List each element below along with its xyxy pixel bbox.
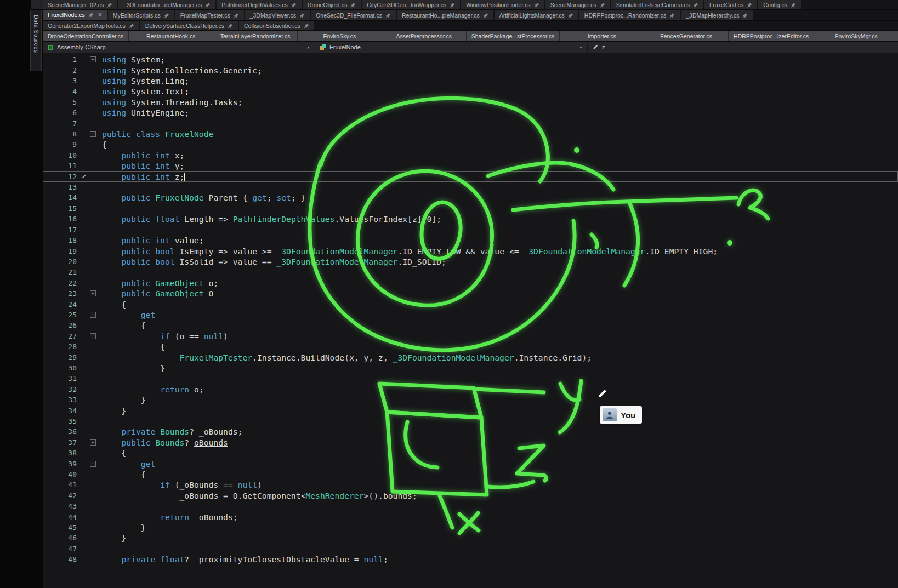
code-line[interactable]: 25− get	[43, 310, 898, 320]
code-line[interactable]: 14 public FruxelNode Parent { get; set; …	[43, 192, 898, 203]
pin-icon[interactable]	[385, 13, 391, 18]
code-line[interactable]: 27− if (o == null)	[43, 331, 898, 341]
code-editor[interactable]: 1−using System;2using System.Collections…	[43, 53, 898, 588]
code-line[interactable]: 9{	[43, 139, 898, 150]
fold-collapse-icon[interactable]: −	[90, 131, 96, 137]
code-line[interactable]: 41 if (_oBounds == null)	[43, 479, 898, 490]
code-line[interactable]: 11 public int y;	[43, 161, 898, 171]
code-line[interactable]: 5using System.Threading.Tasks;	[43, 97, 898, 107]
pin-icon[interactable]	[534, 2, 539, 8]
dropdown-arrow-icon[interactable]: ▼	[306, 45, 310, 49]
code-line[interactable]: 39− get	[43, 458, 898, 469]
fold-collapse-icon[interactable]: −	[90, 56, 96, 62]
document-tab[interactable]: HDRPPostproc...izerEditor.cs	[729, 31, 814, 41]
code-line[interactable]: 18 public int value;	[43, 235, 898, 246]
pin-icon[interactable]	[88, 12, 94, 18]
code-line[interactable]: 48 private float? _proximityToClosestObs…	[43, 554, 898, 564]
document-tab[interactable]: Importer.cs	[560, 31, 644, 41]
document-tab[interactable]: Config.cs	[758, 0, 801, 9]
code-line[interactable]: 43	[43, 501, 898, 511]
code-line[interactable]: 8−public class FruxelNode	[43, 129, 898, 139]
pin-icon[interactable]	[693, 2, 698, 8]
code-line[interactable]: 23− public GameObject O	[43, 288, 898, 299]
document-tab[interactable]: CollisionSubscriber.cs	[239, 21, 314, 30]
code-line[interactable]: 7	[43, 118, 898, 128]
document-tab[interactable]: FruxelNode.cs×	[43, 10, 107, 20]
code-line[interactable]: 45 }	[43, 522, 898, 533]
document-tab[interactable]: HDRPPostproc...Randomizer.cs	[579, 10, 680, 20]
code-line[interactable]: 16 public float Length => PathfinderDept…	[43, 214, 898, 224]
document-tab[interactable]: FruxelMapTester.cs	[175, 10, 244, 20]
document-tab[interactable]: ShaderPackage...stProcessor.cs	[467, 31, 560, 41]
member-dropdown[interactable]: z	[588, 42, 610, 53]
document-tab[interactable]: DroneObject.cs	[303, 0, 361, 9]
document-tab[interactable]: OneSec3D_FileFormat.cs	[311, 10, 396, 20]
code-line[interactable]: 28 {	[43, 341, 898, 352]
code-line[interactable]: 20 public bool IsSolid => value == _3DFo…	[43, 256, 898, 267]
pin-icon[interactable]	[228, 23, 233, 28]
pin-icon[interactable]	[107, 2, 112, 8]
code-line[interactable]: 22 public GameObject o;	[43, 278, 898, 288]
document-tab[interactable]: FruxelGrid.cs	[704, 0, 757, 9]
document-tab[interactable]: RestaurantHook.cs	[129, 31, 213, 41]
fold-collapse-icon[interactable]: −	[90, 290, 96, 296]
document-tab[interactable]: EnviroSkyMgr.cs	[814, 31, 898, 41]
code-line[interactable]: 35	[43, 416, 898, 426]
code-line[interactable]: 38 {	[43, 448, 898, 458]
document-tab[interactable]: PathfinderDepthValues.cs	[217, 0, 302, 9]
pin-icon[interactable]	[568, 13, 573, 18]
code-line[interactable]: 34 }	[43, 405, 898, 415]
document-tab[interactable]: MyEditorScripts.cs	[108, 10, 174, 20]
document-tab[interactable]: CityGen3DGen...torWrapper.cs	[362, 0, 460, 9]
document-tab[interactable]: RestaurantHo...pleManager.cs	[397, 10, 493, 20]
code-line[interactable]: 2using System.Collections.Generic;	[43, 65, 898, 75]
code-line[interactable]: 46 }	[43, 533, 898, 543]
document-tab[interactable]: ArtificialLightsManager.cs	[495, 10, 578, 20]
pin-icon[interactable]	[669, 13, 675, 18]
code-line[interactable]: 17	[43, 225, 898, 235]
pin-icon[interactable]	[304, 23, 309, 28]
dropdown-arrow-icon[interactable]: ▼	[579, 45, 583, 49]
code-line[interactable]: 36 private Bounds? _oBounds;	[43, 426, 898, 437]
pin-icon[interactable]	[350, 2, 356, 8]
document-tab[interactable]: DroneOrientationController.cs	[43, 31, 128, 41]
fold-collapse-icon[interactable]: −	[90, 439, 96, 446]
code-line[interactable]: 21	[43, 267, 898, 277]
code-line[interactable]: 47	[43, 544, 898, 554]
code-line[interactable]: 24 {	[43, 299, 898, 309]
code-line[interactable]: 29 FruxelMapTester.Instance.BuildNode(x,…	[43, 352, 898, 362]
code-line[interactable]: 15	[43, 203, 898, 214]
fold-collapse-icon[interactable]: −	[90, 333, 96, 339]
code-line[interactable]: 33 }	[43, 395, 898, 405]
document-tab[interactable]: SimulatedFisheyeCamera.cs	[611, 0, 703, 9]
document-tab[interactable]: DeliverySurfaceClassHelper.cs	[140, 21, 238, 30]
code-line[interactable]: 30 }	[43, 363, 898, 373]
code-line[interactable]: 19 public bool IsEmpty => value >= _3DFo…	[43, 246, 898, 256]
pin-icon[interactable]	[747, 2, 752, 8]
pin-icon[interactable]	[129, 23, 134, 28]
pin-icon[interactable]	[791, 2, 796, 8]
pin-icon[interactable]	[742, 13, 748, 18]
fold-collapse-icon[interactable]: −	[90, 461, 96, 467]
code-line[interactable]: 44 return _oBounds;	[43, 511, 898, 522]
pin-icon[interactable]	[291, 2, 297, 8]
document-tab[interactable]: FencesGenerator.cs	[644, 31, 728, 41]
code-line[interactable]: 6using UnityEngine;	[43, 107, 898, 118]
code-line[interactable]: 4using System.Text;	[43, 86, 898, 96]
document-tab[interactable]: Generator2ExportMapTools.cs	[43, 21, 139, 30]
pin-icon[interactable]	[164, 13, 169, 18]
project-dropdown[interactable]: Assembly-CSharp ▼	[43, 42, 315, 53]
document-tab[interactable]: SceneManager.cs	[545, 0, 610, 9]
code-line[interactable]: 12 public int z;	[43, 171, 898, 181]
code-line[interactable]: 42 _oBounds = O.GetComponent<MeshRendere…	[43, 490, 898, 501]
pin-icon[interactable]	[600, 2, 605, 8]
code-line[interactable]: 10 public int x;	[43, 150, 898, 161]
pin-icon[interactable]	[205, 2, 211, 8]
code-line[interactable]: 26 {	[43, 320, 898, 330]
document-tab[interactable]: _3DMapViewer.cs	[245, 10, 310, 20]
type-dropdown[interactable]: FruxelNode ▼	[315, 42, 588, 53]
document-tab[interactable]: WindowPositionFinder.cs	[461, 0, 544, 9]
fold-collapse-icon[interactable]: −	[90, 312, 96, 318]
document-tab[interactable]: EnviroSky.cs	[298, 31, 382, 41]
code-line[interactable]: 32 return o;	[43, 384, 898, 395]
